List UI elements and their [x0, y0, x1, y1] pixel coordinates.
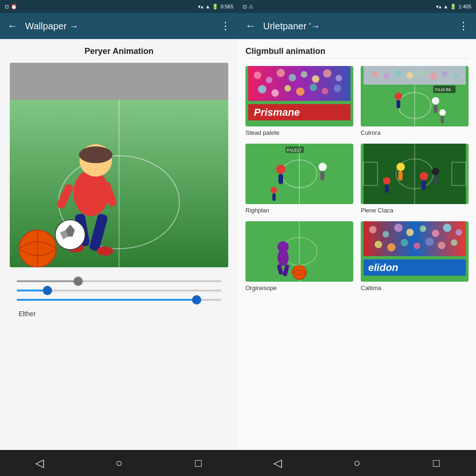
- sliders-section: Elther: [7, 277, 231, 321]
- right-alert-icon: ⚠: [249, 4, 253, 10]
- svg-point-35: [310, 84, 317, 91]
- recents-nav-icon: □: [195, 456, 202, 469]
- svg-point-109: [451, 239, 457, 246]
- right-panel: ⊡ ⚠ ▾▴ ▲ 🔋 1:405 ← Urletpaner '→ ⋮ Cligm…: [238, 0, 476, 476]
- svg-point-65: [276, 165, 285, 174]
- slider-2-row: [17, 290, 221, 291]
- svg-point-24: [266, 77, 272, 83]
- slider-1-row: [17, 280, 221, 282]
- svg-point-95: [369, 226, 377, 233]
- gallery-item-6[interactable]: elidon Caltima: [361, 221, 469, 291]
- svg-point-5: [73, 170, 109, 216]
- right-back-button[interactable]: ←: [245, 20, 256, 32]
- left-bottom-nav: ◁ ○ □: [0, 450, 238, 476]
- svg-rect-77: [398, 171, 403, 180]
- svg-rect-53: [397, 100, 400, 108]
- svg-point-69: [271, 187, 277, 193]
- right-back-nav-icon: ◁: [273, 456, 282, 469]
- svg-point-23: [254, 72, 261, 79]
- slider-2-track[interactable]: [17, 290, 221, 291]
- svg-point-11: [97, 246, 113, 256]
- right-top-bar: ← Urletpaner '→ ⋮: [238, 13, 476, 39]
- slider-label: Elther: [17, 310, 221, 317]
- svg-rect-66: [278, 174, 283, 184]
- slider-1-fill: [17, 280, 78, 282]
- slider-2-thumb[interactable]: [43, 286, 52, 295]
- left-home-nav-button[interactable]: ○: [105, 454, 133, 472]
- svg-rect-81: [434, 175, 437, 184]
- svg-point-54: [432, 97, 439, 105]
- svg-point-108: [438, 242, 445, 249]
- svg-point-107: [425, 238, 434, 246]
- gallery-item-5[interactable]: Orginesope: [245, 221, 353, 291]
- svg-rect-79: [422, 180, 426, 190]
- gallery-label-5: Orginesope: [245, 284, 353, 291]
- sim-icon: ⊡: [5, 4, 9, 10]
- svg-point-42: [384, 73, 390, 79]
- left-status-left-icons: ⊡ ⏰: [5, 4, 17, 10]
- slider-1-track[interactable]: [17, 280, 221, 282]
- time-display: 0:565: [220, 4, 233, 9]
- left-animation-title: Peryer Animation: [85, 46, 153, 56]
- gallery-thumb-3: FALE17: [245, 144, 353, 204]
- section-divider: [245, 58, 469, 59]
- slider-3-fill: [17, 299, 197, 301]
- gallery-item-4[interactable]: Plene Claca: [361, 144, 469, 214]
- right-recents-nav-button[interactable]: □: [423, 454, 450, 472]
- right-home-nav-button[interactable]: ○: [343, 454, 371, 472]
- wifi-icon: ▾▴: [198, 4, 204, 10]
- right-home-nav-icon: ○: [354, 456, 361, 469]
- right-bottom-nav: ◁ ○ □: [238, 450, 476, 476]
- preview-svg: [10, 63, 228, 267]
- gallery-label-2: Culrora: [361, 129, 469, 136]
- gallery-label-3: Righplan: [245, 207, 353, 214]
- slider-1-thumb[interactable]: [73, 277, 83, 286]
- svg-point-98: [406, 229, 414, 236]
- right-battery-icon: 🔋: [450, 4, 456, 10]
- right-section-title: Cligmbull animation: [245, 46, 469, 56]
- svg-point-44: [407, 72, 413, 79]
- svg-point-101: [443, 224, 451, 232]
- svg-point-43: [395, 70, 402, 77]
- right-menu-button[interactable]: ⋮: [458, 20, 469, 32]
- left-top-bar: ← Wallpaper → ⋮: [0, 13, 238, 39]
- right-time-display: 1:405: [458, 4, 471, 9]
- svg-point-47: [442, 71, 448, 77]
- gallery-item-2[interactable]: FILM B6 Culrora: [361, 66, 469, 136]
- svg-point-27: [301, 71, 307, 78]
- svg-rect-70: [272, 193, 276, 201]
- left-back-button[interactable]: ←: [7, 20, 18, 32]
- signal-icon: ▲: [205, 4, 211, 9]
- svg-point-106: [414, 243, 420, 249]
- gallery-item-3[interactable]: FALE17 Righplan: [245, 144, 353, 214]
- back-nav-icon: ◁: [35, 456, 44, 469]
- left-menu-button[interactable]: ⋮: [220, 20, 231, 32]
- left-status-bar: ⊡ ⏰ ▾▴ ▲ 🔋 0:565: [0, 0, 238, 13]
- slider-3-track[interactable]: [17, 299, 221, 301]
- right-signal-icon: ▲: [443, 4, 449, 9]
- thumb-5-svg: [245, 221, 353, 282]
- svg-point-82: [383, 177, 390, 185]
- svg-point-37: [334, 85, 341, 92]
- svg-point-7: [79, 146, 112, 163]
- svg-point-78: [420, 172, 428, 180]
- left-page-title: Wallpaper →: [25, 21, 213, 32]
- right-content: Cligmbull animation: [238, 39, 476, 450]
- right-back-nav-button[interactable]: ◁: [264, 454, 291, 472]
- right-page-title: Urletpaner '→: [263, 21, 451, 32]
- left-recents-nav-button[interactable]: □: [185, 454, 212, 472]
- svg-point-32: [271, 89, 279, 97]
- slider-3-thumb[interactable]: [192, 295, 201, 304]
- right-status-left-icons: ⊡ ⚠: [243, 4, 253, 10]
- gallery-label-4: Plene Claca: [361, 207, 469, 214]
- svg-point-36: [322, 88, 328, 94]
- svg-point-80: [432, 168, 439, 175]
- thumb-2-svg: FILM B6: [361, 66, 469, 126]
- svg-point-28: [312, 75, 319, 83]
- thumb-3-svg: FALE17: [245, 144, 353, 204]
- right-wifi-icon: ▾▴: [436, 4, 442, 10]
- left-back-nav-button[interactable]: ◁: [26, 454, 53, 472]
- gallery-item-1[interactable]: Prismane Stead palete: [245, 66, 353, 136]
- svg-rect-55: [434, 105, 437, 113]
- svg-rect-57: [441, 116, 444, 123]
